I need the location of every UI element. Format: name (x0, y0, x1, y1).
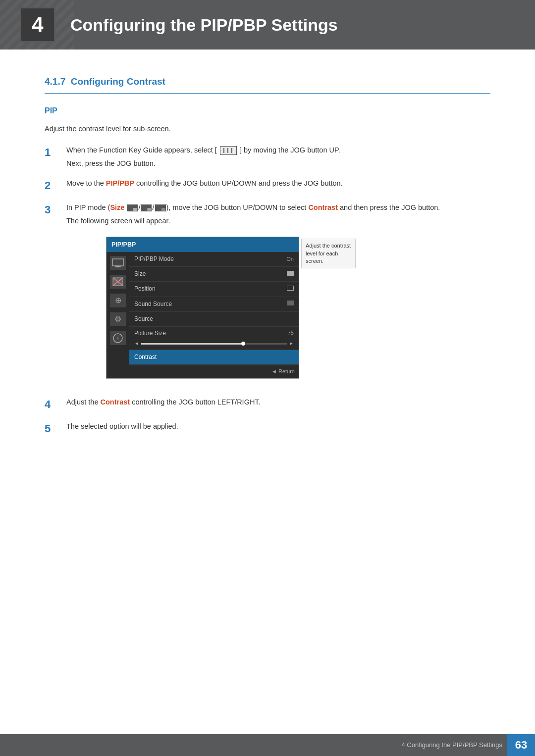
step-2-number: 2 (45, 177, 66, 194)
menu-row-source: Source (129, 312, 299, 327)
size-icon-1 (127, 204, 138, 211)
step-5-number: 5 (45, 420, 66, 437)
step-3-content: In PIP mode (Size / / ), move the JOG bu… (66, 202, 490, 389)
screen-menu: PIP/PBP Mode On Size (129, 252, 299, 378)
svg-text:⊕: ⊕ (114, 296, 121, 304)
step-1: 1 When the Function Key Guide appears, s… (45, 145, 490, 169)
menu-row-contrast: Contrast (129, 350, 299, 365)
size-icon-3 (155, 204, 166, 211)
screen-container: PIP/PBP (106, 237, 490, 379)
menu-row-sound: Sound Source (129, 297, 299, 312)
step-1-sub: Next, press the JOG button. (66, 158, 490, 169)
page-footer: 4 Configuring the PIP/PBP Settings 63 (0, 734, 535, 756)
menu-row-size: Size (129, 267, 299, 282)
screen-icons: ⊕ ⚙ (107, 252, 129, 378)
icon-monitor (110, 256, 126, 270)
screen-header: PIP/PBP (107, 237, 299, 252)
chapter-title: Configuring the PIP/PBP Settings (70, 11, 338, 38)
menu-row-mode: PIP/PBP Mode On (129, 252, 299, 267)
screen-tooltip: Adjust the contrast level for each scree… (301, 239, 356, 268)
step-4-content: Adjust the Contrast controlling the JOG … (66, 397, 490, 408)
step-1-content: When the Function Key Guide appears, sel… (66, 145, 490, 169)
main-content: 4.1.7 Configuring Contrast PIP Adjust th… (0, 50, 535, 485)
steps-list: 1 When the Function Key Guide appears, s… (45, 145, 490, 437)
step-2-highlight: PIP/PBP (106, 179, 134, 187)
menu-row-picture-size: Picture Size 75 ◄ (129, 327, 299, 350)
icon-image (110, 275, 126, 289)
page-header: 4 Configuring the PIP/PBP Settings (0, 0, 535, 50)
step-4-number: 4 (45, 396, 66, 413)
icon-move: ⊕ (110, 294, 126, 307)
intro-text: Adjust the contrast level for sub-screen… (45, 123, 490, 135)
step-2: 2 Move to the PIP/PBP controlling the JO… (45, 178, 490, 194)
footer-page-number: 63 (507, 734, 535, 756)
menu-row-position: Position (129, 282, 299, 297)
section-heading: 4.1.7 Configuring Contrast (45, 74, 490, 94)
step-4: 4 Adjust the Contrast controlling the JO… (45, 397, 490, 413)
return-row: ◄ Return (129, 365, 299, 378)
subsection-heading: PIP (45, 104, 490, 117)
step-5-content: The selected option will be applied. (66, 421, 490, 432)
step-3-number: 3 (45, 201, 66, 218)
step-3: 3 In PIP mode (Size / / ), move the JOG … (45, 202, 490, 389)
chapter-number: 4 (20, 7, 55, 43)
screen-ui: PIP/PBP (106, 237, 299, 379)
fkey-icon-inline (220, 146, 237, 155)
step-5: 5 The selected option will be applied. (45, 421, 490, 437)
footer-text: 4 Configuring the PIP/PBP Settings (401, 740, 507, 751)
step-4-contrast-highlight: Contrast (101, 398, 130, 406)
step-3-sub: The following screen will appear. (66, 215, 490, 227)
icon-gear: ⚙ (110, 312, 126, 326)
picture-size-slider (141, 343, 287, 345)
svg-text:⚙: ⚙ (114, 315, 121, 323)
step-3-contrast-highlight: Contrast (308, 203, 338, 211)
svg-rect-0 (112, 259, 123, 266)
step-2-content: Move to the PIP/PBP controlling the JOG … (66, 178, 490, 189)
svg-text:i: i (117, 335, 118, 342)
screen-body: ⊕ ⚙ (107, 252, 299, 378)
size-icon-2 (141, 204, 152, 211)
step-1-number: 1 (45, 144, 66, 161)
icon-info: i (110, 331, 126, 345)
step-3-size-highlight: Size (110, 203, 124, 211)
